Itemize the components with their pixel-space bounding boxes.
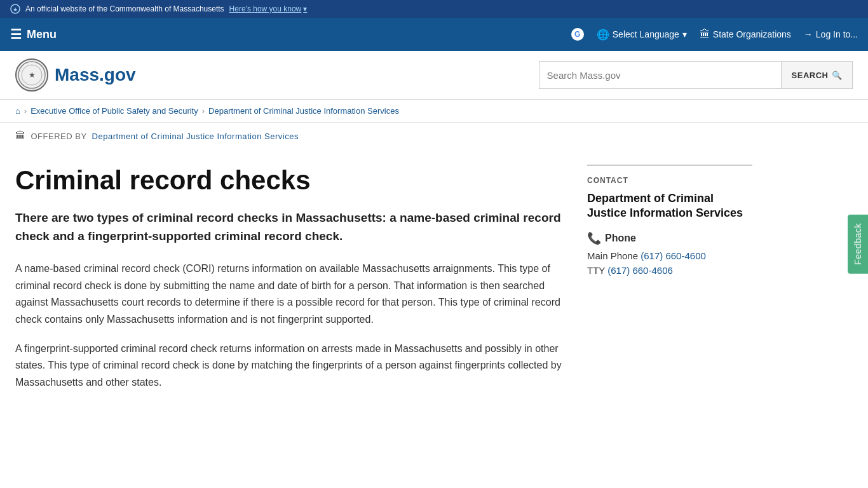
breadcrumb-separator-1: › [24, 106, 27, 116]
mass-seal: ★ [15, 58, 48, 92]
seal-icon: ★ [10, 4, 20, 14]
login-button[interactable]: → Log In to... [804, 29, 858, 39]
feedback-button[interactable]: Feedback [848, 214, 868, 273]
home-icon: ⌂ [15, 106, 20, 116]
contact-section: CONTACT Department of Criminal Justice I… [587, 165, 752, 276]
breadcrumb-parent2-link[interactable]: Department of Criminal Justice Informati… [208, 106, 399, 116]
svg-text:★: ★ [29, 71, 36, 79]
breadcrumb-separator-2: › [202, 106, 205, 116]
lead-text: There are two types of criminal record c… [15, 209, 562, 245]
svg-text:★: ★ [13, 6, 18, 13]
breadcrumb-parent1-link[interactable]: Executive Office of Public Safety and Se… [31, 106, 198, 116]
phone-label: 📞 Phone [587, 231, 752, 245]
main-layout: Criminal record checks There are two typ… [0, 149, 868, 419]
how-you-know-button[interactable]: Here's how you know ▾ [229, 4, 308, 13]
offered-by-bar: 🏛 OFFERED BY Department of Criminal Just… [0, 123, 868, 149]
page-title: Criminal record checks [15, 165, 562, 196]
contact-org: Department of Criminal Justice Informati… [587, 191, 752, 221]
nav-bar: ☰ Menu G Select Language ▾ State Organiz… [0, 18, 868, 51]
top-banner: ★ An official website of the Commonwealt… [0, 0, 868, 18]
contact-label: CONTACT [587, 176, 752, 185]
login-arrow-icon: → [804, 29, 813, 39]
select-language-button[interactable]: Select Language ▾ [597, 29, 687, 41]
hamburger-icon: ☰ [10, 27, 22, 42]
state-organizations-button[interactable]: State Organizations [700, 29, 791, 40]
sidebar: CONTACT Department of Criminal Justice I… [587, 165, 752, 403]
breadcrumb: ⌂ › Executive Office of Public Safety an… [0, 100, 868, 123]
nav-right: G Select Language ▾ State Organizations … [571, 28, 858, 41]
site-logo-text: Mass.gov [55, 65, 136, 85]
body-text-1: A name-based criminal record check (CORI… [15, 261, 562, 328]
search-input[interactable] [539, 62, 781, 88]
google-translate-icon: G [571, 28, 584, 41]
building-nav-icon [700, 29, 710, 40]
main-phone-row: Main Phone (617) 660-4600 [587, 250, 752, 261]
body-text-2: A fingerprint-supported criminal record … [15, 341, 562, 391]
search-button[interactable]: SEARCH 🔍 [781, 62, 852, 88]
home-breadcrumb-link[interactable]: ⌂ [15, 106, 20, 116]
content-area: Criminal record checks There are two typ… [15, 165, 562, 403]
search-area: SEARCH 🔍 [539, 61, 853, 89]
offered-by-org-link[interactable]: Department of Criminal Justice Informati… [92, 132, 299, 141]
menu-button[interactable]: ☰ Menu [10, 27, 57, 42]
logo-area: ★ Mass.gov [15, 58, 136, 92]
chevron-down-icon: ▾ [682, 29, 687, 39]
banner-text: An official website of the Commonwealth … [25, 4, 224, 13]
tty-phone-link[interactable]: (617) 660-4606 [607, 265, 673, 276]
offered-by-icon: 🏛 [15, 130, 26, 142]
search-icon: 🔍 [832, 71, 843, 80]
globe-icon [597, 29, 609, 41]
site-header: ★ Mass.gov SEARCH 🔍 [0, 51, 868, 100]
main-phone-link[interactable]: (617) 660-4600 [641, 250, 706, 261]
phone-icon: 📞 [587, 231, 601, 245]
tty-phone-row: TTY (617) 660-4606 [587, 265, 752, 276]
